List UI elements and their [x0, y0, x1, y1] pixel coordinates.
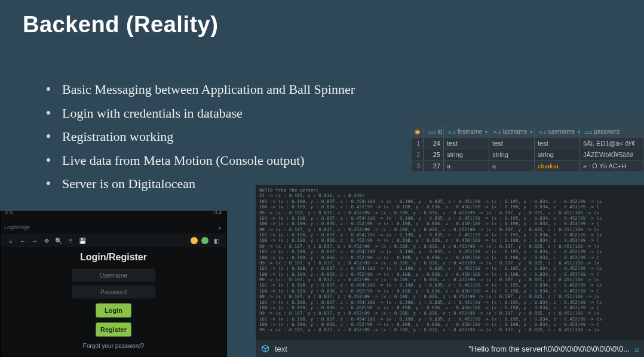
bullet-list: Basic Messaging between Application and … [47, 78, 355, 196]
column-header-firstname[interactable]: A-Z firstname ▾ [444, 127, 489, 137]
register-button[interactable]: Register [96, 322, 131, 337]
forward-icon[interactable]: → [30, 236, 39, 245]
window-toolbar: ⌂ ← → ✥ 🔍 ≡ 💾 ◧ [1, 234, 226, 247]
column-header-password[interactable]: 123 password [580, 127, 644, 137]
login-button[interactable]: Login [96, 303, 131, 318]
config-icon[interactable]: ≡ [66, 236, 75, 245]
password-field[interactable] [72, 285, 155, 298]
bullet-item: Basic Messaging between Application and … [47, 78, 355, 101]
forgot-password-link[interactable]: Forgot your password? [1, 343, 226, 349]
zoom-icon[interactable]: 🔍 [54, 236, 63, 245]
table-row[interactable]: 1 24 test test test §Äl. ÈD1@ä< ð!⁄¢ [412, 137, 643, 149]
database-table: ◉ 123 id ▾ A-Z firstname ▾ A-Z lastname … [411, 125, 644, 172]
table-row[interactable]: 2 25 string string string JÅZÈWbKÎ¥5äê# [412, 149, 643, 160]
row-selector-header[interactable]: ◉ [412, 126, 424, 137]
move-icon[interactable]: ✥ [42, 236, 51, 245]
login-window: 0.50.4 LoginPage × ⌂ ← → ✥ 🔍 ≡ 💾 ◧ Login… [0, 211, 227, 357]
status-message: "Hello from the server!\0\0\0\0\0\0\0\0\… [468, 344, 630, 353]
console-output: Hello from the server! 21 -> (x : 0.195,… [256, 185, 644, 340]
cube-icon [260, 344, 270, 353]
bullet-item: Registration working [47, 125, 355, 149]
sidebar-toggle-icon[interactable]: ◧ [212, 236, 220, 245]
search-icon[interactable]: ⌕ [634, 344, 639, 353]
save-icon[interactable]: 💾 [78, 236, 87, 245]
column-header-lastname[interactable]: A-Z lastname ▾ [489, 127, 535, 137]
slide-title: Backend (Reality) [23, 12, 218, 38]
window-title: LoginPage [4, 224, 30, 230]
table-header-row: ◉ 123 id ▾ A-Z firstname ▾ A-Z lastname … [412, 126, 643, 137]
column-header-id[interactable]: 123 id ▾ [424, 127, 444, 137]
column-header-username[interactable]: A-Z username ▾ [535, 127, 580, 137]
username-field[interactable] [72, 269, 155, 282]
bullet-item: Live data from Meta Motion (Console outp… [47, 149, 355, 173]
table-row[interactable]: 3 27 a a clualua » : Ö Yö AC+H [412, 160, 643, 171]
home-icon[interactable]: ⌂ [7, 236, 15, 245]
back-icon[interactable]: ← [19, 236, 27, 245]
debug-status-bar: text "Hello from the server!\0\0\0\0\0\0… [256, 340, 644, 357]
login-heading: Login/Register [1, 252, 226, 263]
status-dot-ok-icon [201, 237, 208, 244]
status-dot-warning-icon [191, 237, 198, 244]
close-icon[interactable]: × [218, 224, 222, 232]
chart-axis-fragment: 0.50.4 [1, 210, 226, 223]
status-variable-name: text [275, 344, 287, 353]
bullet-item: Login with credentials in database [47, 101, 355, 125]
